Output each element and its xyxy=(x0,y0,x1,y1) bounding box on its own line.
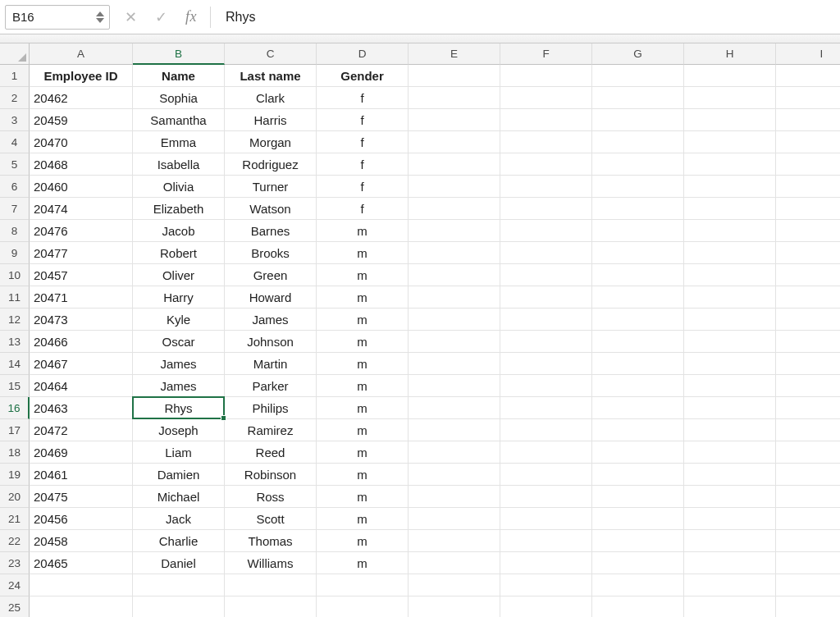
cell-A5[interactable]: 20468 xyxy=(30,153,133,176)
cell-B20[interactable]: Michael xyxy=(133,486,225,508)
cell-E7[interactable] xyxy=(409,198,500,220)
cell-F21[interactable] xyxy=(500,508,592,530)
cell-D2[interactable]: f xyxy=(317,87,409,109)
cell-H16[interactable] xyxy=(684,397,776,419)
row-header-1[interactable]: 1 xyxy=(0,65,30,87)
cell-I11[interactable] xyxy=(776,286,840,308)
cell-B14[interactable]: James xyxy=(133,353,225,375)
cell-G17[interactable] xyxy=(592,419,684,441)
column-header-I[interactable]: I xyxy=(776,43,840,65)
cell-G25[interactable] xyxy=(592,596,684,617)
cell-G18[interactable] xyxy=(592,441,684,464)
row-header-22[interactable]: 22 xyxy=(0,530,30,552)
row-header-13[interactable]: 13 xyxy=(0,331,30,353)
cell-D4[interactable]: f xyxy=(317,131,409,153)
cell-G12[interactable] xyxy=(592,308,684,331)
cell-E4[interactable] xyxy=(409,131,500,153)
cell-C25[interactable] xyxy=(225,596,317,617)
row-header-18[interactable]: 18 xyxy=(0,441,30,464)
cell-B19[interactable]: Damien xyxy=(133,464,225,486)
cell-B24[interactable] xyxy=(133,574,225,596)
column-header-H[interactable]: H xyxy=(684,43,776,65)
cell-G20[interactable] xyxy=(592,486,684,508)
fx-icon[interactable]: fx xyxy=(185,8,197,25)
cell-D16[interactable]: m xyxy=(317,397,409,419)
cell-D23[interactable]: m xyxy=(317,552,409,574)
cell-D13[interactable]: m xyxy=(317,331,409,353)
cell-A3[interactable]: 20459 xyxy=(30,109,133,131)
cell-H11[interactable] xyxy=(684,286,776,308)
cell-C9[interactable]: Brooks xyxy=(225,242,317,264)
cell-B9[interactable]: Robert xyxy=(133,242,225,264)
cell-A6[interactable]: 20460 xyxy=(30,176,133,198)
cell-E8[interactable] xyxy=(409,220,500,242)
cell-B16[interactable]: Rhys xyxy=(133,397,225,419)
cell-A7[interactable]: 20474 xyxy=(30,198,133,220)
cell-B6[interactable]: Olivia xyxy=(133,176,225,198)
cell-E10[interactable] xyxy=(409,264,500,286)
row-header-23[interactable]: 23 xyxy=(0,552,30,574)
cell-F17[interactable] xyxy=(500,419,592,441)
cell-F5[interactable] xyxy=(500,153,592,176)
cell-I6[interactable] xyxy=(776,176,840,198)
chevron-down-icon[interactable] xyxy=(96,18,104,23)
cell-A21[interactable]: 20456 xyxy=(30,508,133,530)
cell-I10[interactable] xyxy=(776,264,840,286)
cell-H14[interactable] xyxy=(684,353,776,375)
accept-icon[interactable]: ✓ xyxy=(155,8,167,26)
cell-B5[interactable]: Isabella xyxy=(133,153,225,176)
cell-F22[interactable] xyxy=(500,530,592,552)
cell-C10[interactable]: Green xyxy=(225,264,317,286)
row-header-6[interactable]: 6 xyxy=(0,176,30,198)
cell-F1[interactable] xyxy=(500,65,592,87)
cell-F9[interactable] xyxy=(500,242,592,264)
cell-H19[interactable] xyxy=(684,464,776,486)
cell-A2[interactable]: 20462 xyxy=(30,87,133,109)
cell-F14[interactable] xyxy=(500,353,592,375)
cell-A20[interactable]: 20475 xyxy=(30,486,133,508)
cell-F7[interactable] xyxy=(500,198,592,220)
row-header-17[interactable]: 17 xyxy=(0,419,30,441)
cell-H22[interactable] xyxy=(684,530,776,552)
cell-A12[interactable]: 20473 xyxy=(30,308,133,331)
cell-D12[interactable]: m xyxy=(317,308,409,331)
cell-H25[interactable] xyxy=(684,596,776,617)
cell-A17[interactable]: 20472 xyxy=(30,419,133,441)
cell-E5[interactable] xyxy=(409,153,500,176)
cell-C16[interactable]: Philips xyxy=(225,397,317,419)
cell-C6[interactable]: Turner xyxy=(225,176,317,198)
cell-H7[interactable] xyxy=(684,198,776,220)
cell-E25[interactable] xyxy=(409,596,500,617)
cell-C24[interactable] xyxy=(225,574,317,596)
cell-H17[interactable] xyxy=(684,419,776,441)
cell-F4[interactable] xyxy=(500,131,592,153)
cell-D11[interactable]: m xyxy=(317,286,409,308)
cell-E17[interactable] xyxy=(409,419,500,441)
name-box-stepper[interactable] xyxy=(96,11,109,23)
cell-F2[interactable] xyxy=(500,87,592,109)
name-box[interactable]: B16 xyxy=(5,5,110,30)
cell-C23[interactable]: Williams xyxy=(225,552,317,574)
row-header-16[interactable]: 16 xyxy=(0,397,30,419)
cell-C3[interactable]: Harris xyxy=(225,109,317,131)
cell-F18[interactable] xyxy=(500,441,592,464)
cell-E13[interactable] xyxy=(409,331,500,353)
cell-I14[interactable] xyxy=(776,353,840,375)
cell-I21[interactable] xyxy=(776,508,840,530)
cell-H24[interactable] xyxy=(684,574,776,596)
cell-C8[interactable]: Barnes xyxy=(225,220,317,242)
cell-F8[interactable] xyxy=(500,220,592,242)
cell-D1[interactable]: Gender xyxy=(317,65,409,87)
cell-B4[interactable]: Emma xyxy=(133,131,225,153)
cell-D24[interactable] xyxy=(317,574,409,596)
row-header-2[interactable]: 2 xyxy=(0,87,30,109)
row-header-5[interactable]: 5 xyxy=(0,153,30,176)
cell-D14[interactable]: m xyxy=(317,353,409,375)
cell-E16[interactable] xyxy=(409,397,500,419)
cell-H21[interactable] xyxy=(684,508,776,530)
cell-C20[interactable]: Ross xyxy=(225,486,317,508)
cell-B23[interactable]: Daniel xyxy=(133,552,225,574)
cell-H13[interactable] xyxy=(684,331,776,353)
cell-C4[interactable]: Morgan xyxy=(225,131,317,153)
cell-G23[interactable] xyxy=(592,552,684,574)
